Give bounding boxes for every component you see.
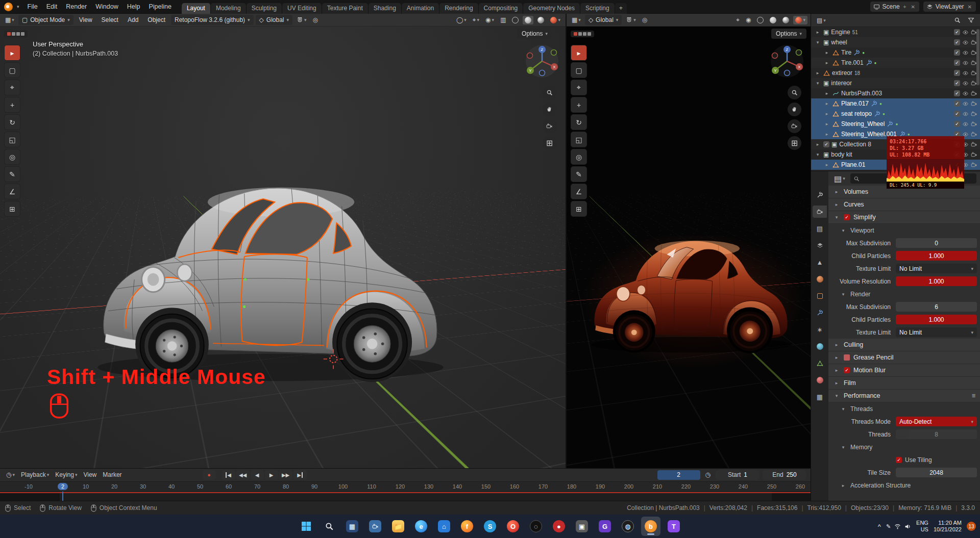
panel-curves[interactable]: ▸Curves	[828, 198, 980, 211]
tool-measure[interactable]: ∠	[571, 184, 587, 199]
viewport-max-subdivision-field[interactable]: 0	[896, 238, 977, 248]
tool-scale[interactable]: ◱	[571, 132, 587, 147]
snap-magnet-toggle[interactable]: ▾	[295, 16, 309, 24]
menu-edit[interactable]: Edit	[42, 2, 62, 12]
shading-material-button[interactable]	[780, 16, 791, 24]
timeline-ruler[interactable]: -101020304050607080901001101201301401501…	[0, 481, 811, 492]
editor-type-dropdown[interactable]: ▦▾	[570, 15, 583, 24]
panel-film[interactable]: ▸Film	[828, 377, 980, 390]
gpu-overlay-icon[interactable]: G	[595, 517, 615, 536]
tab-scripting[interactable]: Scripting	[580, 3, 615, 14]
unlink-scene-button[interactable]: ✕	[910, 4, 916, 10]
menu-select[interactable]: Select	[98, 15, 122, 24]
menu-file[interactable]: File	[23, 2, 42, 12]
tab-particle-properties[interactable]: ∗	[813, 323, 827, 336]
grid-toggle-icon[interactable]: ⊞	[543, 136, 556, 150]
tool-rotate[interactable]: ↻	[4, 114, 20, 130]
tile-size-field[interactable]: 2048	[896, 468, 977, 477]
proportional-edit-toggle[interactable]: ◎	[311, 15, 320, 24]
panel-simplify-viewport[interactable]: ▾Viewport	[828, 224, 980, 237]
tool-measure[interactable]: ∠	[4, 184, 20, 199]
auto-keying-record-button[interactable]: ●	[203, 470, 216, 480]
tool-move[interactable]: +	[571, 97, 587, 113]
viewport-right-canvas[interactable]: Options▾ ▸ ▢ ⌖ + ↻ ◱ ◎ ✎ ∠ ⊞	[567, 27, 811, 468]
disclosure-icon[interactable]: ▾	[814, 152, 821, 157]
menu-view[interactable]: View	[81, 470, 99, 479]
viewport-texture-limit-dropdown[interactable]: No Limit▾	[896, 264, 977, 273]
outliner-row[interactable]: ▸NurbsPath.003✓	[811, 88, 980, 98]
tab-material-properties[interactable]	[813, 374, 827, 386]
tool-transform[interactable]: ◎	[571, 149, 587, 165]
render-texture-limit-dropdown[interactable]: No Limit▾	[896, 327, 977, 337]
menu-marker[interactable]: Marker	[101, 470, 124, 479]
outliner-row[interactable]: ▸Tire.001●✓	[811, 58, 980, 68]
editor-type-dropdown[interactable]: ▤▾	[832, 173, 847, 185]
viewport-3d-right[interactable]: ▦▾ ◇ Global▾ ▾ ◎ ⌖ ◉ ▾	[567, 14, 811, 468]
volume-resolution-field[interactable]: 1.000	[896, 276, 977, 286]
menu-help[interactable]: Help	[123, 2, 144, 12]
gizmos-toggle[interactable]: ⌖	[734, 15, 742, 24]
panel-performance[interactable]: ▾Performance≡	[828, 390, 980, 402]
tool-annotate[interactable]: ✎	[571, 166, 587, 182]
proportional-edit-toggle[interactable]: ◎	[640, 15, 649, 24]
viewport-3d-left[interactable]: ▦▾ ▢ Object Mode▾ View Select Add Object…	[0, 14, 567, 468]
menu-pipeline[interactable]: Pipeline	[144, 2, 175, 12]
tab-object-properties[interactable]	[813, 290, 827, 302]
disclosure-icon[interactable]: ▸	[823, 111, 830, 116]
menu-add[interactable]: Add	[124, 15, 142, 24]
outliner-row-selected[interactable]: ▸Plane.017●✓	[811, 98, 980, 109]
editor-type-dropdown[interactable]: ◷▾	[4, 470, 17, 479]
tab-world-properties[interactable]	[813, 273, 827, 285]
blender-logo-icon[interactable]	[4, 3, 13, 11]
notification-badge[interactable]: 13	[967, 522, 976, 531]
outliner-row[interactable]: ▸extireor18✓	[811, 68, 980, 78]
render-camera-icon[interactable]	[971, 121, 977, 127]
disclosure-icon[interactable]: ▾	[814, 40, 821, 45]
mode-dropdown[interactable]: ▢ Object Mode▾	[18, 15, 74, 25]
tab-modeling[interactable]: Modeling	[211, 3, 247, 14]
menu-render[interactable]: Render	[62, 2, 91, 12]
collection-checkbox[interactable]: ✓	[823, 141, 829, 147]
pan-hand-icon[interactable]	[543, 103, 556, 116]
playhead-line[interactable]	[62, 492, 63, 501]
clock[interactable]: 11:20 AM10/21/2022	[934, 520, 962, 533]
panel-menu-icon[interactable]: ≡	[972, 392, 975, 399]
panel-acceleration-structure[interactable]: ▸Acceleration Structure	[828, 479, 980, 492]
disclosure-icon[interactable]: ▸	[823, 121, 830, 126]
camera-view-icon[interactable]	[543, 119, 556, 133]
viewport-child-particles-field[interactable]: 1.000	[896, 251, 977, 261]
skype-icon[interactable]: S	[480, 517, 500, 536]
outliner-row[interactable]: ▾▣wheel✓	[811, 37, 980, 47]
frame-start-field[interactable]: Start1	[716, 470, 760, 480]
pen-icon[interactable]: ✎	[886, 523, 891, 530]
tab-output-properties[interactable]: ▤	[813, 222, 827, 235]
play-reverse-button[interactable]: ◀	[251, 470, 264, 480]
render-camera-icon[interactable]	[971, 131, 977, 138]
blender-app-icon[interactable]: b	[641, 517, 660, 536]
tool-add-cube[interactable]: ⊞	[571, 201, 587, 217]
language-indicator[interactable]: ENGUS	[916, 520, 928, 533]
unlink-viewlayer-button[interactable]: ✕	[967, 4, 973, 10]
tool-move[interactable]: +	[4, 97, 20, 113]
tab-scene-properties[interactable]: ▲	[813, 256, 827, 268]
wifi-icon[interactable]	[894, 523, 901, 530]
eye-icon[interactable]	[962, 49, 969, 56]
obs-studio-icon[interactable]: ◍	[618, 517, 638, 536]
panel-memory[interactable]: ▾Memory	[828, 441, 980, 453]
motion-blur-checkbox[interactable]: ✓	[844, 367, 850, 373]
edge-icon[interactable]: e	[411, 517, 431, 536]
navigation-gizmo[interactable]: Z X Y	[770, 44, 804, 79]
disclosure-icon[interactable]: ▸	[823, 91, 830, 96]
camera-view-icon[interactable]	[788, 119, 801, 133]
tool-select-box[interactable]: ▢	[571, 62, 587, 78]
retopoflow-dropdown[interactable]: RetopoFlow 3.2.6 (github)▾	[171, 15, 254, 25]
render-child-particles-field[interactable]: 1.000	[896, 315, 977, 324]
panel-simplify[interactable]: ▾✓Simplify	[828, 211, 980, 224]
menu-object[interactable]: Object	[144, 15, 169, 24]
viewlayer-selector[interactable]: ViewLayer ✕	[923, 2, 976, 12]
beetle-model[interactable]	[71, 122, 470, 395]
previous-keyframe-button[interactable]: ◀◀	[236, 470, 250, 480]
panel-threads[interactable]: ▾Threads	[828, 402, 980, 415]
scene-selector[interactable]: Scene + ✕	[870, 2, 919, 12]
tool-annotate[interactable]: ✎	[4, 166, 20, 182]
